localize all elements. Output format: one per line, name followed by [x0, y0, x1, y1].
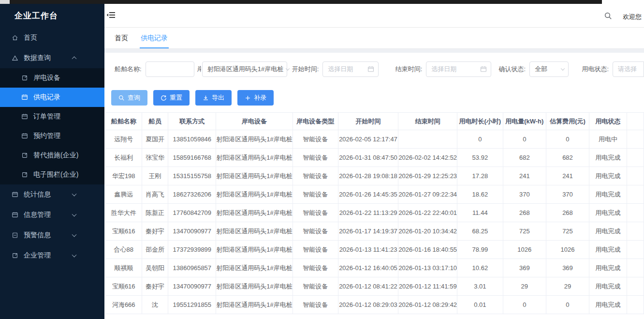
confirm-status-label: 确认状态:	[499, 65, 526, 74]
sidebar-item-warning-info[interactable]: 预警信息	[0, 225, 104, 245]
column-header: 用电量(kW-h)	[503, 113, 546, 130]
topbar: 欢迎您，	[104, 4, 644, 28]
sidebar-item-order-management[interactable]: 订单管理	[0, 107, 104, 126]
table-cell: 合心88	[106, 241, 142, 259]
menu-fold-icon[interactable]	[106, 11, 116, 21]
table-cell: 369	[546, 259, 589, 277]
table-row: 宝顺616秦好宇13470090977射阳港区通用码头1#岸电桩智能设备2026…	[106, 222, 644, 241]
table-cell: 682	[503, 149, 546, 167]
table-row: 远翔号夏国开13851059846射阳港区通用码头1#岸电桩智能设备2026-0…	[106, 130, 644, 149]
table-cell: 241	[503, 167, 546, 185]
table-row: 胜华大件陈新正17760842709射阳港区通用码头1#岸电桩智能设备2026-…	[106, 204, 644, 222]
triangle-icon	[12, 55, 19, 61]
table-cell: 智能设备	[293, 241, 338, 259]
table-row: 合心88邵金所17372939899射阳港区通用码头1#岸电桩智能设备2026-…	[106, 241, 644, 259]
table-cell: 29	[546, 277, 589, 296]
table-cell: 241	[546, 167, 589, 185]
column-header: 船员	[142, 113, 168, 130]
table-cell: 78.99	[457, 241, 503, 259]
reset-button[interactable]: 重置	[153, 90, 190, 106]
search-icon[interactable]	[604, 12, 612, 22]
table-cell: 2026-02-02 14:42:52	[398, 149, 457, 167]
table-cell: 鑫腾远	[106, 185, 142, 204]
table-cell: 用电完成	[589, 296, 627, 314]
table-cell: 用电完成	[589, 241, 627, 259]
column-header: 联系方式	[168, 113, 216, 130]
table-cell: 射阳港区通用码头1#岸电桩	[216, 222, 293, 241]
power-status-select[interactable]: 请选择	[613, 61, 644, 77]
table-cell: 邵金所	[142, 241, 168, 259]
table-cell: 2026-01-17 14:19:37	[338, 222, 398, 241]
table-cell: 2026-01-27 09:22:34	[398, 185, 457, 204]
app-title: 企业工作台	[0, 0, 104, 28]
table-cell: 0	[503, 130, 546, 149]
table-cell: 智能设备	[293, 167, 338, 185]
browser-top-strip	[0, 0, 644, 4]
welcome-text[interactable]: 欢迎您，	[623, 13, 644, 21]
table-cell: 用电完成	[589, 277, 627, 296]
end-date-input[interactable]: 选择日期	[426, 61, 491, 77]
end-time-label: 结束时间:	[395, 65, 423, 74]
add-record-button[interactable]: 补录	[237, 90, 274, 106]
column-header: 开始时间	[338, 113, 398, 130]
table-cell-empty	[627, 185, 644, 204]
column-header: 岸电设备	[216, 113, 293, 130]
table-cell-empty	[627, 296, 644, 314]
sidebar-item-statistics[interactable]: 统计信息	[0, 184, 104, 205]
chevron-down-icon	[286, 66, 290, 70]
column-header: 用电时长(小时)	[457, 113, 503, 130]
sidebar-item-data-query[interactable]: 数据查询	[0, 48, 104, 68]
sidebar-item-home[interactable]: 首页	[0, 28, 104, 48]
sidebar-item-power-records[interactable]: 供电记录	[0, 88, 104, 107]
confirm-status-select[interactable]: 全部	[529, 61, 569, 77]
filter-bar: 船舶名称: 岸 射阳港区通用码头1#岸电桩 开始时间: 选择日期 结	[104, 53, 644, 77]
query-button[interactable]: 查询	[111, 90, 147, 106]
top-strip-light	[0, 0, 10, 4]
table-cell: 2026-02-05 12:17:47	[338, 130, 398, 149]
sidebar-item-enterprise-management[interactable]: 企业管理	[0, 245, 104, 266]
calendar-icon	[21, 94, 29, 101]
document-icon	[12, 252, 19, 259]
table-cell: 秦好宇	[142, 277, 168, 296]
column-header: 船舶名称	[106, 113, 142, 130]
records-table: 船舶名称船员联系方式岸电设备岸电设备类型开始时间结束时间用电时长(小时)用电量(…	[105, 112, 644, 314]
sidebar-item-shore-power-device[interactable]: 岸电设备	[0, 68, 104, 88]
table-cell-empty	[627, 277, 644, 296]
document-icon	[21, 171, 29, 178]
table-cell: 夏国开	[142, 130, 168, 149]
chevron-down-icon	[72, 232, 77, 237]
table-cell: 2026-01-22 11:13:29	[338, 204, 398, 222]
table-cell: 2026-01-29 12:25:23	[398, 167, 457, 185]
sidebar-item-alternative-measures[interactable]: 替代措施(企业)	[0, 146, 104, 165]
table-cell: 智能设备	[293, 277, 338, 296]
tab-home[interactable]: 首页	[115, 28, 128, 48]
calendar-icon	[367, 66, 374, 73]
sidebar-item-reservation-management[interactable]: 预约管理	[0, 126, 104, 146]
table-cell: 吴朝阳	[142, 259, 168, 277]
sidebar-item-electronic-fence[interactable]: 电子围栏(企业)	[0, 165, 104, 184]
device-select[interactable]: 射阳港区通用码头1#岸电桩	[202, 61, 287, 77]
table-cell: 用电完成	[589, 222, 627, 241]
tab-power-records[interactable]: 供电记录	[140, 28, 169, 48]
ship-name-input[interactable]	[146, 61, 194, 77]
export-button[interactable]: 导出	[195, 90, 232, 106]
chevron-down-icon	[72, 212, 77, 217]
table-cell: 智能设备	[293, 204, 338, 222]
calendar-icon	[480, 66, 487, 73]
table-cell: 268	[546, 204, 589, 222]
sidebar: 企业工作台 首页 数据查询 岸电设备	[0, 0, 104, 319]
table-cell: 射阳港区通用码头1#岸电桩	[216, 241, 293, 259]
table-cell: 远翔号	[106, 130, 142, 149]
table-cell: 68.25	[457, 222, 503, 241]
sidebar-submenu: 岸电设备 供电记录 订单管理 预约管理	[0, 68, 104, 184]
table-cell: 13470090977	[168, 277, 216, 296]
device-label-clipped: 岸	[197, 65, 201, 74]
calendar-icon	[12, 212, 19, 218]
sidebar-item-info-management[interactable]: 信息管理	[0, 205, 104, 225]
table-cell: 17.28	[457, 167, 503, 185]
table-cell: 370	[546, 185, 589, 204]
table-cell: 0	[503, 296, 546, 314]
start-date-input[interactable]: 选择日期	[322, 61, 378, 77]
table-cell: 2026-01-12 08:41:22	[338, 277, 398, 296]
document-icon	[21, 75, 29, 81]
